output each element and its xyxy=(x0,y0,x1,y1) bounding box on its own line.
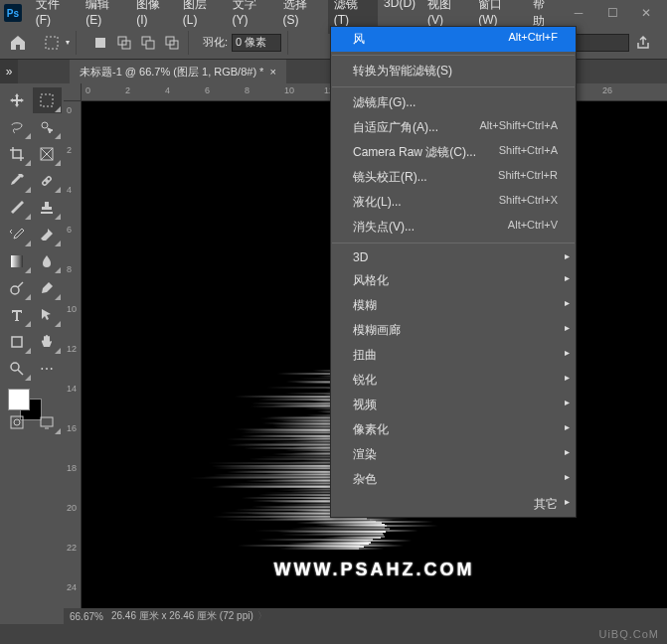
path-select-tool[interactable] xyxy=(33,302,63,328)
filter-gallery[interactable]: 滤镜库(G)... xyxy=(331,90,576,115)
selection-intersect-icon[interactable] xyxy=(162,33,182,53)
eyedropper-tool[interactable] xyxy=(2,168,32,194)
svg-rect-16 xyxy=(12,337,22,347)
filter-blur-submenu[interactable]: 模糊 xyxy=(331,293,576,318)
chevron-down-icon[interactable]: ▾ xyxy=(66,38,70,47)
close-button[interactable]: ✕ xyxy=(629,3,663,23)
screenmode-tool[interactable] xyxy=(33,409,63,435)
eraser-tool[interactable] xyxy=(33,222,63,247)
filter-other-submenu[interactable]: 其它 xyxy=(331,492,576,517)
menu-layer[interactable]: 图层(L) xyxy=(177,0,227,34)
filter-pixelate-submenu[interactable]: 像素化 xyxy=(331,417,576,442)
svg-point-11 xyxy=(42,122,48,128)
filter-sharpen-submenu[interactable]: 锐化 xyxy=(331,368,576,393)
app-logo: Ps xyxy=(4,4,22,22)
svg-rect-0 xyxy=(46,37,58,49)
feather-input[interactable] xyxy=(232,34,281,52)
window-controls: ─ ☐ ✕ xyxy=(562,3,663,23)
selection-subtract-icon[interactable] xyxy=(138,33,158,53)
svg-point-19 xyxy=(14,419,20,425)
selection-new-icon[interactable] xyxy=(90,33,110,53)
svg-rect-20 xyxy=(41,417,53,426)
lasso-tool[interactable] xyxy=(2,114,32,140)
document-tab-title: 未标题-1 @ 66.7% (图层 1, RGB/8#) * xyxy=(80,65,263,80)
filter-blur-gallery-submenu[interactable]: 模糊画廊 xyxy=(331,318,576,343)
watermark-text: WWW.PSAHZ.COM xyxy=(274,560,475,580)
svg-rect-10 xyxy=(41,94,53,106)
home-icon[interactable] xyxy=(8,33,28,53)
zoom-level[interactable]: 66.67% xyxy=(70,611,103,622)
menu-select[interactable]: 选择(S) xyxy=(277,0,328,34)
filter-video-submenu[interactable]: 视频 xyxy=(331,393,576,417)
pen-tool[interactable] xyxy=(33,275,63,301)
brand-text: UiBQ.CoM xyxy=(598,628,659,640)
filter-camera-raw[interactable]: Camera Raw 滤镜(C)...Shift+Ctrl+A xyxy=(331,140,576,165)
filter-liquify[interactable]: 液化(L)...Shift+Ctrl+X xyxy=(331,190,576,215)
svg-rect-1 xyxy=(95,38,105,48)
filter-vanishing-point[interactable]: 消失点(V)...Alt+Ctrl+V xyxy=(331,215,576,240)
brush-tool[interactable] xyxy=(2,195,32,221)
share-icon[interactable] xyxy=(633,33,653,53)
menu-image[interactable]: 图像(I) xyxy=(130,0,177,34)
quick-select-tool[interactable] xyxy=(33,114,63,140)
hand-tool[interactable] xyxy=(33,329,63,355)
type-tool[interactable] xyxy=(2,302,32,328)
svg-rect-14 xyxy=(11,255,23,267)
selection-add-icon[interactable] xyxy=(114,33,134,53)
history-brush-tool[interactable] xyxy=(2,222,32,247)
move-tool[interactable] xyxy=(2,87,32,113)
filter-adaptive-wide[interactable]: 自适应广角(A)...Alt+Shift+Ctrl+A xyxy=(331,115,576,140)
tool-panel: ⋯ xyxy=(0,83,64,624)
maximize-button[interactable]: ☐ xyxy=(595,3,629,23)
document-status-strip: 66.67% 26.46 厘米 x 26.46 厘米 (72 ppi) 〉 xyxy=(64,608,667,624)
filter-distort-submenu[interactable]: 扭曲 xyxy=(331,343,576,368)
brand-footer: UiBQ.CoM xyxy=(0,624,667,644)
gradient-tool[interactable] xyxy=(2,248,32,274)
svg-point-15 xyxy=(11,286,19,294)
frame-tool[interactable] xyxy=(33,141,63,167)
foreground-color-swatch[interactable] xyxy=(8,389,30,410)
zoom-tool[interactable] xyxy=(2,356,32,382)
dodge-tool[interactable] xyxy=(2,275,32,301)
minimize-button[interactable]: ─ xyxy=(562,3,595,23)
menu-type[interactable]: 文字(Y) xyxy=(227,0,277,34)
stamp-tool[interactable] xyxy=(33,195,63,221)
marquee-tool-icon[interactable] xyxy=(42,33,62,53)
document-tab[interactable]: 未标题-1 @ 66.7% (图层 1, RGB/8#) * × xyxy=(70,60,286,83)
filter-noise-submenu[interactable]: 杂色 xyxy=(331,467,576,492)
title-bar: Ps 文件(F) 编辑(E) 图像(I) 图层(L) 文字(Y) 选择(S) 滤… xyxy=(0,0,667,26)
menu-edit[interactable]: 编辑(E) xyxy=(80,0,130,34)
edit-toolbar[interactable]: ⋯ xyxy=(33,356,63,382)
menu-file[interactable]: 文件(F) xyxy=(30,0,80,34)
shape-tool[interactable] xyxy=(2,329,32,355)
filter-convert-smart[interactable]: 转换为智能滤镜(S) xyxy=(331,59,576,83)
healing-tool[interactable] xyxy=(33,168,63,194)
blur-tool[interactable] xyxy=(33,248,63,274)
crop-tool[interactable] xyxy=(2,141,32,167)
filter-menu-dropdown: 风Alt+Ctrl+F 转换为智能滤镜(S) 滤镜库(G)... 自适应广角(A… xyxy=(330,26,577,518)
svg-rect-5 xyxy=(146,41,154,49)
ruler-vertical[interactable]: 024681012141618202224 xyxy=(64,101,82,608)
filter-render-submenu[interactable]: 渲染 xyxy=(331,442,576,467)
feather-label: 羽化: xyxy=(203,35,228,50)
filter-3d-submenu[interactable]: 3D xyxy=(331,246,576,268)
filter-last-wind[interactable]: 风Alt+Ctrl+F xyxy=(331,27,576,52)
filter-stylize-submenu[interactable]: 风格化 xyxy=(331,268,576,293)
panel-expand-icon[interactable]: » xyxy=(0,60,18,83)
svg-point-17 xyxy=(11,363,19,371)
close-tab-icon[interactable]: × xyxy=(269,66,275,78)
svg-rect-18 xyxy=(11,416,23,428)
document-dimensions: 26.46 厘米 x 26.46 厘米 (72 ppi) xyxy=(111,609,253,623)
filter-lens-correction[interactable]: 镜头校正(R)...Shift+Ctrl+R xyxy=(331,165,576,190)
quickmask-tool[interactable] xyxy=(2,409,32,435)
marquee-tool[interactable] xyxy=(33,87,63,113)
